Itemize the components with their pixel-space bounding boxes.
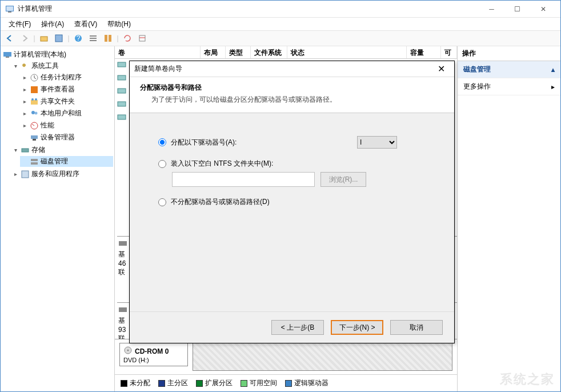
tree-label: 共享文件夹 [41,97,75,106]
expand-icon[interactable]: ▸ [21,110,28,117]
clock-icon [30,73,39,82]
storage-icon [21,146,30,155]
actions-label: 更多操作 [463,82,491,91]
expand-icon[interactable]: ▸ [21,86,28,93]
tree-label: 事件查看器 [41,85,75,94]
tree-performance[interactable]: ▸性能 [20,120,113,131]
tree-event-viewer[interactable]: ▸事件查看器 [20,84,113,95]
separator: | [67,32,70,45]
refresh-icon[interactable] [121,32,134,45]
tree-label: 服务和应用程序 [31,169,79,179]
users-icon [30,109,39,118]
cdrom-sub: DVD (H:) [123,357,184,363]
svg-point-20 [31,111,35,114]
minimize-button[interactable]: ─ [479,1,504,17]
disk-basic: 基 [118,250,125,258]
dialog-heading: 分配驱动器号和路径 [140,83,444,93]
option-assign-letter[interactable]: 分配以下驱动器号(A): I [158,136,431,149]
svg-rect-31 [118,89,126,93]
cdrom-block[interactable]: CD-ROM 0 DVD (H:) [119,343,188,366]
tree-label: 性能 [41,121,54,130]
tree-label: 系统工具 [31,61,59,71]
collapse-icon[interactable]: ▾ [12,147,19,153]
menu-file[interactable]: 文件(F) [4,18,35,30]
menu-action[interactable]: 操作(A) [37,18,69,30]
separator: | [33,32,36,45]
disk-basic: 基 [118,317,125,325]
drive-letter-select[interactable]: I [357,136,397,149]
radio-no-assign[interactable] [158,198,166,206]
legend-logical: 逻辑驱动器 [285,378,328,388]
tree-label: 任务计划程序 [41,73,82,82]
option-label[interactable]: 装入以下空白 NTFS 文件夹中(M): [171,159,273,169]
svg-rect-24 [33,139,36,141]
option-mount-folder[interactable]: 装入以下空白 NTFS 文件夹中(M): [158,159,431,169]
back-icon[interactable] [3,32,17,45]
tree-device-manager[interactable]: 设备管理器 [20,132,113,143]
dialog-close-icon[interactable]: ✕ [432,63,450,74]
option-no-assign[interactable]: 不分配驱动器号或驱动器路径(D) [158,197,431,207]
properties-icon[interactable] [52,32,66,45]
back-button[interactable]: < 上一步(B [271,320,324,335]
disk-graphic-area: CD-ROM 0 DVD (H:) [115,339,457,374]
window-title: 计算机管理 [18,4,479,14]
col-volume[interactable]: 卷 [115,46,201,58]
radio-assign-letter[interactable] [158,138,166,146]
col-layout[interactable]: 布局 [201,46,226,58]
cdrom-partition-area[interactable] [193,343,452,371]
col-free[interactable]: 可 [441,46,457,58]
svg-rect-17 [31,100,38,105]
tree-disk-management[interactable]: 磁盘管理 [20,156,113,167]
dialog-title: 新建简单卷向导 [134,64,432,74]
tree-label: 计算机管理(本地) [14,50,66,59]
forward-icon[interactable] [18,32,31,45]
option-label[interactable]: 不分配驱动器号或驱动器路径(D) [171,197,270,207]
radio-mount-folder[interactable] [158,160,166,168]
settings-icon[interactable] [135,32,149,45]
up-icon[interactable] [37,32,51,45]
maximize-button[interactable]: ☐ [504,1,530,17]
navigation-tree[interactable]: 计算机管理(本地) ▾ 系统工具 ▸任务计划程序 ▸事件查看器 [1,46,115,391]
col-fs[interactable]: 文件系统 [251,46,287,58]
svg-point-21 [35,111,38,114]
app-icon [5,5,14,14]
menu-view[interactable]: 查看(V) [70,18,102,30]
expand-icon[interactable]: ▸ [21,74,28,81]
actions-disk-mgmt[interactable]: 磁盘管理 ▴ [458,61,560,78]
expand-icon[interactable]: ▸ [12,171,19,177]
tree-root[interactable]: 计算机管理(本地) [2,49,113,60]
chevron-right-icon: ▸ [551,83,555,91]
cancel-button[interactable]: 取消 [390,320,443,335]
volume-grid-header: 卷 布局 类型 文件系统 状态 容量 可 [115,46,457,59]
menu-help[interactable]: 帮助(H) [103,18,135,30]
col-type[interactable]: 类型 [226,46,251,58]
list-icon[interactable] [86,32,100,45]
actions-more[interactable]: 更多操作 ▸ [458,78,560,95]
expand-icon[interactable]: ▸ [21,122,28,129]
tree-storage[interactable]: ▾ 存储 [11,145,113,155]
expand-icon[interactable]: ▸ [21,98,28,105]
tree-task-scheduler[interactable]: ▸任务计划程序 [20,72,113,83]
close-button[interactable]: ✕ [530,1,556,17]
disk-icon [118,308,127,316]
tree-services-apps[interactable]: ▸ 服务和应用程序 [11,169,113,179]
tree-local-users[interactable]: ▸本地用户和组 [20,108,113,119]
col-status[interactable]: 状态 [287,46,407,58]
tree-label: 存储 [31,145,45,155]
chevron-up-icon: ▴ [551,66,555,74]
svg-rect-12 [139,35,145,41]
cdrom-title: CD-ROM 0 [135,347,169,355]
option-label[interactable]: 分配以下驱动器号(A): [171,138,237,147]
mount-path-input [172,172,315,187]
next-button[interactable]: 下一步(N) > [331,320,383,335]
share-icon [30,97,39,106]
detail-icon[interactable] [101,32,115,45]
svg-rect-8 [90,38,97,39]
disk-icon [118,242,127,250]
help-icon[interactable]: ? [71,32,85,45]
tree-system-tools[interactable]: ▾ 系统工具 [11,61,113,71]
col-capacity[interactable]: 容量 [407,46,441,58]
legend-free: 可用空间 [241,378,277,388]
tree-shared-folders[interactable]: ▸共享文件夹 [20,96,113,107]
collapse-icon[interactable]: ▾ [12,63,19,69]
